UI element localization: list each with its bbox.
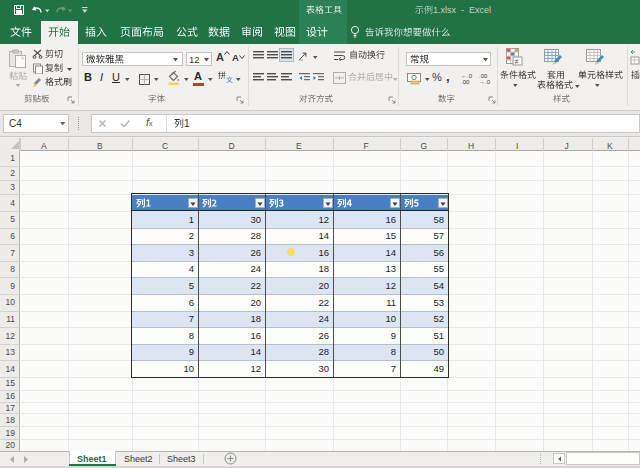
svg-text:→.0: →.0 xyxy=(479,79,491,84)
svg-text:.00: .00 xyxy=(461,79,470,84)
svg-text:≠: ≠ xyxy=(515,57,519,66)
